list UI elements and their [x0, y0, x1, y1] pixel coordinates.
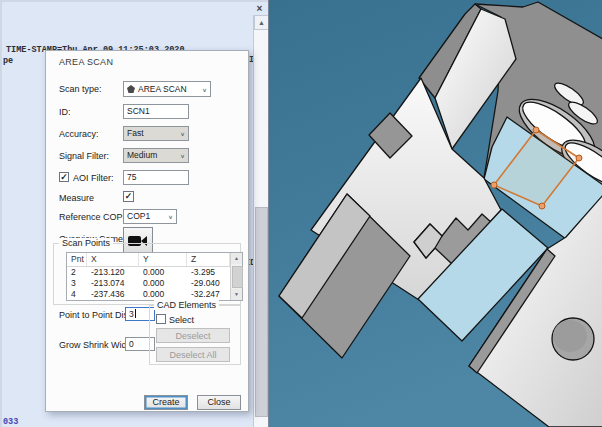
selection-handle[interactable]	[491, 182, 497, 188]
scan-points-table[interactable]: Pnt X Y Z 2 -213.120 0.000 -3.295 3 -213…	[66, 252, 243, 301]
aoi-filter-label: AOI Filter:	[73, 173, 114, 183]
id-label: ID:	[59, 107, 71, 117]
scrollbar-thumb[interactable]	[255, 207, 268, 417]
accuracy-dropdown[interactable]: Fast ∨	[123, 126, 189, 141]
scroll-down-icon[interactable]: ▼	[231, 289, 242, 300]
text-caret	[135, 309, 136, 318]
selection-handle[interactable]	[539, 203, 545, 209]
selection-handle[interactable]	[533, 127, 539, 133]
scrollbar-thumb[interactable]	[232, 266, 243, 288]
application-window: TIME-STAMP=Thu Apr 09 11:25:03 2020 pe M…	[0, 0, 602, 427]
scan-type-value: AREA SCAN	[138, 83, 187, 96]
deselect-button[interactable]: Deselect	[156, 328, 230, 343]
scan-type-dropdown[interactable]: AREA SCAN ∨	[123, 81, 211, 97]
table-row[interactable]: 2 -213.120 0.000 -3.295	[67, 267, 242, 278]
signal-filter-dropdown[interactable]: Medium ∨	[123, 148, 189, 163]
select-label: Select	[169, 315, 194, 325]
aoi-filter-input[interactable]: 75	[123, 170, 189, 185]
select-checkbox[interactable]	[156, 314, 166, 324]
scan-points-group: Scan Points Pnt X Y Z 2 -213.120 0.000 -…	[53, 243, 241, 305]
cad-part-scene	[269, 0, 602, 427]
cad-elements-group: CAD Elements Select Deselect Deselect Al…	[149, 305, 241, 365]
reference-cop-label: Reference COP:	[59, 212, 125, 222]
cad-viewport[interactable]	[268, 0, 602, 427]
measure-checkbox[interactable]: ✓	[123, 191, 134, 202]
close-button[interactable]: Close	[197, 395, 241, 410]
scroll-up-icon[interactable]: ▲	[231, 253, 242, 264]
editor-text-fragment-bottom: 033	[3, 417, 18, 427]
dialog-title: AREA SCAN	[59, 57, 113, 67]
cad-elements-group-label: CAD Elements	[154, 300, 219, 310]
reference-cop-dropdown[interactable]: COP1 ∨	[123, 209, 177, 224]
chevron-down-icon: ∨	[202, 84, 207, 94]
create-button[interactable]: Create	[144, 395, 188, 410]
chevron-down-icon: ∨	[168, 211, 173, 221]
accuracy-label: Accuracy:	[59, 129, 99, 139]
chevron-down-icon: ∨	[180, 128, 185, 138]
close-icon[interactable]: ×	[252, 3, 267, 15]
scan-type-label: Scan type:	[59, 84, 102, 94]
editor-text-fragment-left: pe	[3, 56, 13, 66]
chevron-down-icon: ∨	[180, 150, 185, 160]
id-input[interactable]: SCN1	[123, 104, 189, 119]
selection-handle[interactable]	[576, 155, 582, 161]
measure-label: Measure	[59, 193, 94, 203]
table-row[interactable]: 3 -213.074 0.000 -29.040	[67, 278, 242, 289]
area-scan-icon	[127, 85, 135, 93]
table-header: Pnt X Y Z	[67, 253, 242, 267]
area-scan-dialog: AREA SCAN Scan type: AREA SCAN ∨ ID: SCN…	[45, 50, 249, 412]
scroll-up-icon[interactable]: ▲	[254, 15, 269, 30]
table-row[interactable]: 4 -237.436 0.000 -32.247	[67, 289, 242, 300]
deselect-all-button[interactable]: Deselect All	[156, 347, 230, 362]
table-scrollbar[interactable]: ▲ ▼	[230, 253, 242, 300]
aoi-filter-checkbox[interactable]: ✓	[59, 172, 69, 182]
signal-filter-label: Signal Filter:	[59, 151, 109, 161]
editor-vertical-scrollbar[interactable]: ▲	[253, 15, 269, 427]
scan-points-group-label: Scan Points	[59, 238, 113, 248]
